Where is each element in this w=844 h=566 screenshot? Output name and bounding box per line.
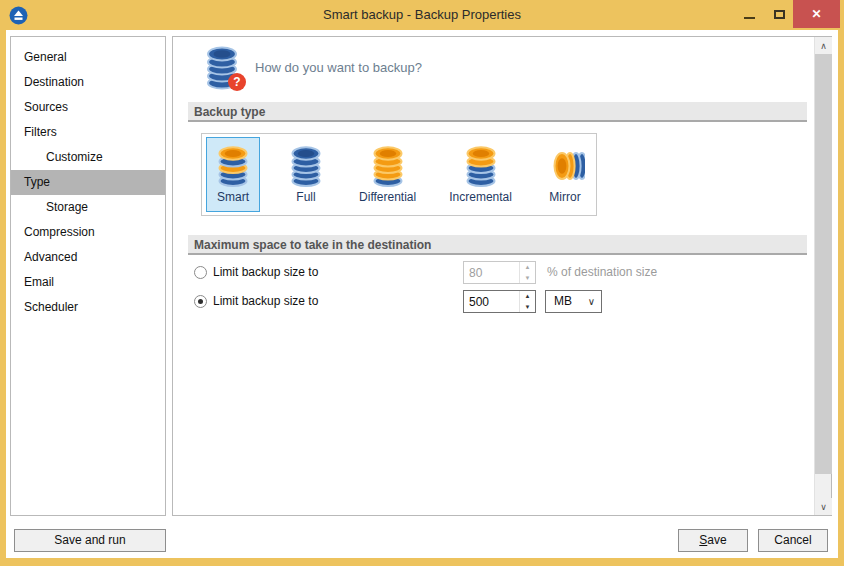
differential-backup-icon [368, 141, 408, 189]
sidebar-item-storage[interactable]: Storage [11, 195, 165, 220]
save-button[interactable]: Save [678, 529, 748, 552]
sidebar-item-email[interactable]: Email [11, 270, 165, 295]
sidebar-item-advanced[interactable]: Advanced [11, 245, 165, 270]
chevron-down-icon: ∨ [588, 291, 595, 312]
sidebar-item-sources[interactable]: Sources [11, 95, 165, 120]
cancel-button[interactable]: Cancel [758, 529, 828, 552]
smart-backup-icon [213, 141, 253, 189]
size-input[interactable] [464, 291, 519, 312]
save-label: Save [699, 530, 726, 551]
percent-spin-down-icon[interactable]: ▼ [520, 273, 535, 284]
section-backup-type: Backup type [188, 102, 807, 122]
full-backup-icon [286, 141, 326, 189]
type-settings-panel: ? How do you want to backup? Backup type [172, 36, 832, 516]
scroll-down-icon[interactable]: ∨ [815, 498, 832, 515]
backup-type-incremental[interactable]: Incremental [442, 137, 519, 212]
sidebar-item-customize[interactable]: Customize [11, 145, 165, 170]
backup-type-differential[interactable]: Differential [352, 137, 423, 212]
backup-type-selector: Smart Full [201, 133, 597, 216]
limit-size-radio[interactable] [194, 295, 207, 308]
scroll-up-icon[interactable]: ∧ [815, 37, 832, 54]
backup-type-label: Differential [359, 190, 416, 204]
vertical-scrollbar[interactable]: ∧ ∨ [814, 37, 831, 515]
backup-question-icon: ? [201, 42, 247, 92]
sidebar-item-general[interactable]: General [11, 45, 165, 70]
sidebar-item-filters[interactable]: Filters [11, 120, 165, 145]
backup-type-label: Incremental [449, 190, 512, 204]
backup-type-label: Full [296, 190, 315, 204]
backup-type-full[interactable]: Full [279, 137, 333, 212]
backup-type-label: Smart [217, 190, 249, 204]
sidebar-item-scheduler[interactable]: Scheduler [11, 295, 165, 320]
size-spinner: ▲ ▼ [463, 290, 536, 313]
section-max-space: Maximum space to take in the destination [188, 235, 807, 255]
minimize-button[interactable] [734, 0, 764, 28]
close-icon: ✕ [811, 7, 821, 21]
mirror-backup-icon [545, 141, 585, 189]
percent-suffix-label: % of destination size [547, 265, 657, 279]
minimize-icon [744, 17, 755, 19]
unit-dropdown-value: MB [554, 294, 572, 308]
incremental-backup-icon [461, 141, 501, 189]
backup-type-smart[interactable]: Smart [206, 137, 260, 212]
title-bar: Smart backup - Backup Properties ✕ [0, 0, 844, 30]
sidebar-item-compression[interactable]: Compression [11, 220, 165, 245]
sidebar-item-type[interactable]: Type [11, 170, 165, 195]
size-spin-up-icon[interactable]: ▲ [520, 291, 535, 302]
panel-question-title: How do you want to backup? [255, 60, 422, 75]
limit-size-label: Limit backup size to [213, 294, 318, 308]
limit-percent-radio[interactable] [194, 266, 207, 279]
maximize-button[interactable] [764, 0, 794, 28]
backup-type-mirror[interactable]: Mirror [538, 137, 592, 212]
backup-type-label: Mirror [549, 190, 580, 204]
size-spin-down-icon[interactable]: ▼ [520, 302, 535, 313]
limit-percent-label: Limit backup size to [213, 265, 318, 279]
percent-spin-up-icon[interactable]: ▲ [520, 262, 535, 273]
scrollbar-thumb[interactable] [815, 54, 832, 474]
close-button[interactable]: ✕ [793, 0, 840, 28]
svg-text:?: ? [233, 75, 240, 89]
dialog-content: General Destination Sources Filters Cust… [6, 30, 838, 558]
save-and-run-label: Save and run [54, 530, 125, 551]
limit-percent-row: Limit backup size to ▲ ▼ % of destinatio… [194, 261, 807, 285]
backup-properties-window: Smart backup - Backup Properties ✕ Gener… [0, 0, 844, 566]
maximize-icon [774, 10, 785, 19]
unit-dropdown[interactable]: MB ∨ [545, 290, 602, 313]
settings-sidebar: General Destination Sources Filters Cust… [10, 36, 166, 516]
percent-input[interactable] [464, 262, 519, 283]
percent-spinner: ▲ ▼ [463, 261, 536, 284]
window-title: Smart backup - Backup Properties [0, 0, 844, 30]
cancel-label: Cancel [774, 530, 811, 551]
limit-size-row: Limit backup size to ▲ ▼ MB ∨ [194, 290, 807, 314]
save-and-run-button[interactable]: Save and run [14, 529, 166, 552]
sidebar-item-destination[interactable]: Destination [11, 70, 165, 95]
